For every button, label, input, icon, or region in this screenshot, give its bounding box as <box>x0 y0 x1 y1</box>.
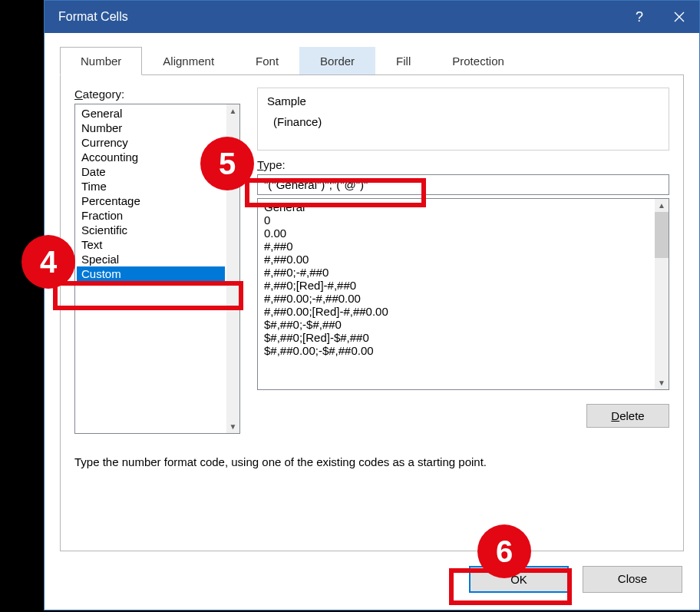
type-input[interactable] <box>257 174 669 195</box>
scroll-down-icon[interactable]: ▼ <box>226 420 239 433</box>
tab-border[interactable]: Border <box>299 47 375 75</box>
scroll-up-icon[interactable]: ▲ <box>655 199 669 212</box>
tab-protection[interactable]: Protection <box>431 47 525 75</box>
tab-alignment[interactable]: Alignment <box>142 47 235 75</box>
tab-fill[interactable]: Fill <box>375 47 431 75</box>
type-label: Type: <box>257 158 669 171</box>
titlebar: Format Cells ? <box>45 1 699 33</box>
category-item-currency[interactable]: Currency <box>77 135 225 150</box>
format-scrollbar[interactable]: ▲ ▼ <box>655 199 669 389</box>
format-item[interactable]: #,##0.00 <box>261 253 652 266</box>
dialog-format-cells: Format Cells ? Number Alignment Font Bor… <box>44 0 700 610</box>
format-item[interactable]: $#,##0.00;-$#,##0.00 <box>261 344 652 357</box>
ok-button[interactable]: OK <box>469 566 569 593</box>
format-item[interactable]: 0.00 <box>261 227 652 240</box>
format-item[interactable]: General <box>261 200 652 213</box>
dialog-body: Number Alignment Font Border Fill Protec… <box>45 33 699 610</box>
format-item[interactable]: #,##0;[Red]-#,##0 <box>261 279 652 292</box>
category-item-date[interactable]: Date <box>77 164 225 179</box>
format-item[interactable]: 0 <box>261 213 652 227</box>
scrollbar-thumb[interactable] <box>655 212 669 258</box>
delete-button[interactable]: Delete <box>586 404 669 428</box>
category-item-time[interactable]: Time <box>77 179 225 194</box>
category-item-fraction[interactable]: Fraction <box>77 208 225 223</box>
format-item[interactable]: #,##0;-#,##0 <box>261 266 652 279</box>
category-item-custom[interactable]: Custom <box>77 266 225 281</box>
sample-value: (Finance) <box>267 115 659 128</box>
close-button[interactable]: Close <box>583 566 682 593</box>
tab-number[interactable]: Number <box>60 47 142 75</box>
category-item-percentage[interactable]: Percentage <box>77 194 225 208</box>
scroll-down-icon[interactable]: ▼ <box>655 376 669 389</box>
category-label: Category: <box>74 88 240 101</box>
format-item[interactable]: $#,##0;-$#,##0 <box>261 318 652 331</box>
category-listbox[interactable]: GeneralNumberCurrencyAccountingDateTimeP… <box>74 104 240 434</box>
category-item-general[interactable]: General <box>77 106 225 121</box>
sample-label: Sample <box>267 94 659 108</box>
category-scrollbar[interactable]: ▲ ▼ <box>226 104 239 433</box>
format-item[interactable]: #,##0.00;-#,##0.00 <box>261 292 652 305</box>
category-item-number[interactable]: Number <box>77 121 225 135</box>
tab-font[interactable]: Font <box>235 47 299 75</box>
scroll-up-icon[interactable]: ▲ <box>226 104 239 117</box>
tab-panel-number: Category: GeneralNumberCurrencyAccountin… <box>60 75 684 551</box>
format-listbox[interactable]: General00.00#,##0#,##0.00#,##0;-#,##0#,#… <box>257 198 669 390</box>
dialog-title: Format Cells <box>58 10 128 24</box>
sample-group: Sample (Finance) <box>257 88 669 151</box>
category-item-special[interactable]: Special <box>77 252 225 266</box>
format-item[interactable]: #,##0.00;[Red]-#,##0.00 <box>261 305 652 318</box>
category-item-accounting[interactable]: Accounting <box>77 150 225 164</box>
format-item[interactable]: $#,##0;[Red]-$#,##0 <box>261 331 652 344</box>
format-item[interactable]: #,##0 <box>261 240 652 253</box>
help-text: Type the number format code, using one o… <box>74 455 669 468</box>
category-item-text[interactable]: Text <box>77 237 225 252</box>
tab-strip: Number Alignment Font Border Fill Protec… <box>60 47 684 75</box>
help-icon[interactable]: ? <box>619 1 659 33</box>
close-icon[interactable] <box>659 1 699 33</box>
dialog-footer: OK Close <box>469 566 682 593</box>
category-item-scientific[interactable]: Scientific <box>77 223 225 237</box>
